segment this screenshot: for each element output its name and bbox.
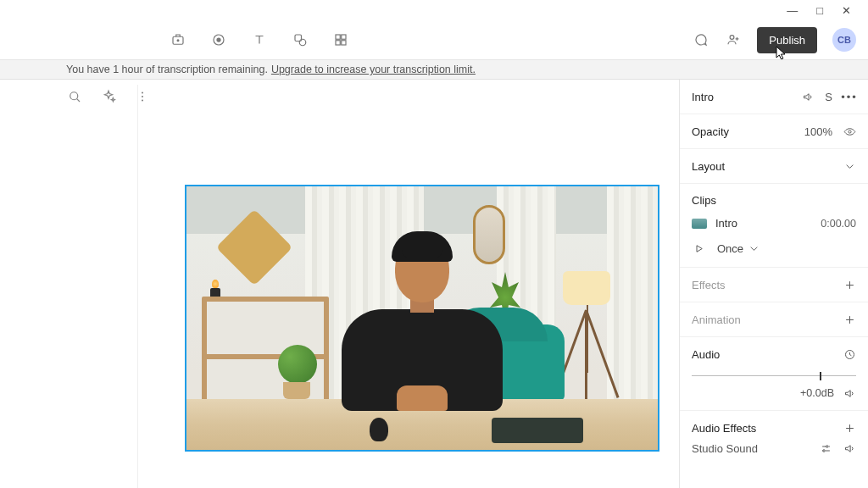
svg-point-3 xyxy=(216,37,220,42)
svg-point-1 xyxy=(177,40,179,42)
animation-label: Animation xyxy=(692,313,741,326)
svg-point-5 xyxy=(299,39,306,46)
banner-text: You have 1 hour of transcription remaini… xyxy=(66,64,268,75)
invite-user-icon[interactable] xyxy=(725,31,742,48)
opacity-value[interactable]: 100% xyxy=(804,125,832,138)
svg-point-10 xyxy=(730,36,734,40)
layout-label: Layout xyxy=(692,160,725,173)
avatar[interactable]: CB xyxy=(832,28,856,52)
comment-icon[interactable] xyxy=(693,31,709,48)
sparkle-ai-icon[interactable] xyxy=(100,88,117,105)
effects-label: Effects xyxy=(692,279,726,291)
scene-title: Intro xyxy=(692,91,714,103)
chevron-down-icon[interactable] xyxy=(843,159,856,173)
reset-clock-icon[interactable] xyxy=(843,347,856,361)
play-mode-select[interactable]: Once xyxy=(717,241,760,255)
window-maximize-icon[interactable]: □ xyxy=(816,4,823,17)
topbar: Publish CB xyxy=(0,20,868,59)
svg-point-18 xyxy=(822,449,825,452)
text-tool-icon[interactable] xyxy=(251,31,268,48)
publish-button[interactable]: Publish xyxy=(757,27,817,53)
svg-rect-8 xyxy=(336,41,340,45)
audio-effects-label: Audio Effects xyxy=(692,422,756,435)
add-effect-icon[interactable] xyxy=(843,278,856,291)
audio-label: Audio xyxy=(692,348,720,361)
upgrade-link[interactable]: Upgrade to increase your transcription l… xyxy=(271,64,476,75)
add-animation-icon[interactable] xyxy=(843,313,856,326)
record-media-icon[interactable] xyxy=(170,31,186,48)
clips-header: Clips xyxy=(692,194,716,207)
svg-rect-6 xyxy=(336,35,340,39)
shapes-tool-icon[interactable] xyxy=(292,31,309,48)
clip-thumbnail-icon xyxy=(692,219,707,229)
svg-point-15 xyxy=(848,130,850,132)
more-horizontal-icon[interactable]: ••• xyxy=(843,90,856,103)
audio-gain-slider[interactable] xyxy=(692,366,856,386)
play-outline-icon[interactable] xyxy=(692,241,705,255)
record-circle-icon[interactable] xyxy=(210,31,227,48)
svg-rect-7 xyxy=(342,35,346,39)
speaker-icon[interactable] xyxy=(843,441,856,455)
shortcut-key: S xyxy=(825,91,832,103)
sliders-icon[interactable] xyxy=(819,441,832,455)
clip-name: Intro xyxy=(715,217,737,230)
canvas-selected-clip[interactable] xyxy=(185,185,659,452)
video-thumbnail xyxy=(186,186,658,450)
audio-effect-item[interactable]: Studio Sound xyxy=(692,442,758,455)
clip-time: 0:00.00 xyxy=(821,218,856,230)
speaker-icon[interactable] xyxy=(801,90,815,103)
svg-point-14 xyxy=(142,99,143,101)
clip-item[interactable]: Intro 0:00.00 xyxy=(680,210,868,236)
svg-point-13 xyxy=(142,96,143,97)
chevron-down-icon xyxy=(747,241,760,255)
script-panel-divider xyxy=(137,85,138,488)
inspector-panel: Intro S ••• Opacity 100% Layout Clips In… xyxy=(679,80,868,488)
svg-point-11 xyxy=(70,92,78,100)
window-close-icon[interactable]: ✕ xyxy=(842,4,851,17)
more-vertical-icon[interactable] xyxy=(134,88,151,105)
speaker-icon[interactable] xyxy=(843,386,856,400)
templates-grid-icon[interactable] xyxy=(332,31,349,48)
visibility-eye-icon[interactable] xyxy=(843,125,856,138)
audio-gain-value: +0.0dB xyxy=(800,387,834,399)
svg-point-17 xyxy=(826,445,828,447)
add-audio-effect-icon[interactable] xyxy=(843,421,856,435)
window-minimize-icon[interactable]: — xyxy=(787,4,798,17)
search-icon[interactable] xyxy=(66,88,83,105)
transcription-banner: You have 1 hour of transcription remaini… xyxy=(0,59,868,80)
svg-rect-9 xyxy=(342,41,346,45)
opacity-label: Opacity xyxy=(692,125,729,138)
svg-point-12 xyxy=(142,92,143,93)
